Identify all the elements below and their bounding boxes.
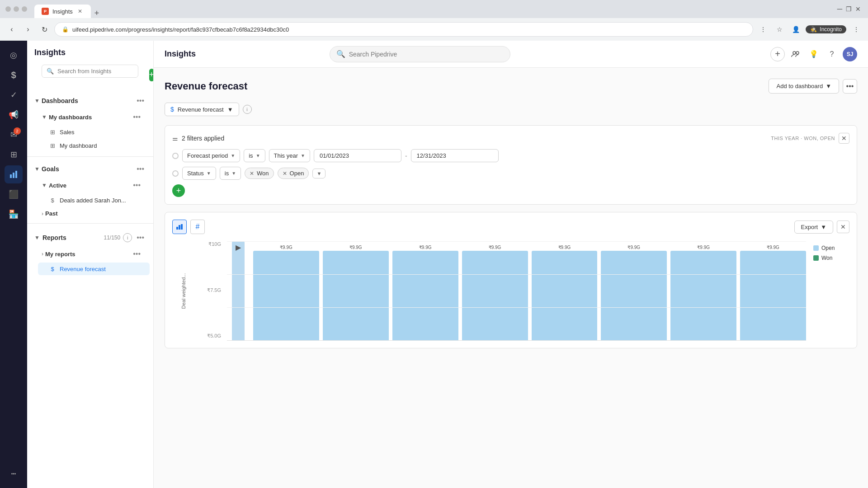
filter1-operator-label: is xyxy=(249,152,253,159)
filter1-value-select[interactable]: This year ▼ xyxy=(269,149,310,162)
filter1-date-from[interactable] xyxy=(314,149,401,162)
my-dashboards-header[interactable]: ▼ My dashboards ••• xyxy=(38,109,150,125)
nav-dollar[interactable]: $ xyxy=(5,66,23,84)
bar-chart-view-button[interactable] xyxy=(172,220,187,234)
filter-clear-button[interactable]: ✕ xyxy=(839,133,849,144)
address-bar[interactable]: 🔒 uifeed.pipedrive.com/progress/insights… xyxy=(54,22,753,37)
add-filter-button[interactable]: + xyxy=(172,184,185,197)
sidebar-item-revenue-forecast[interactable]: $ Revenue forecast xyxy=(38,263,150,275)
incognito-btn[interactable]: 🕵 Incognito xyxy=(806,25,846,33)
add-to-dashboard-button[interactable]: Add to dashboard ▼ xyxy=(769,79,839,94)
new-tab-button[interactable]: + xyxy=(91,9,103,18)
filter1-op-chevron: ▼ xyxy=(256,153,260,158)
my-dashboards-more-btn[interactable]: ••• xyxy=(131,112,142,122)
nav-megaphone[interactable]: 📢 xyxy=(5,106,23,124)
reports-more-btn[interactable]: ••• xyxy=(135,233,146,243)
active-chevron: ▼ xyxy=(42,182,47,188)
refresh-button[interactable]: ↻ xyxy=(38,23,51,36)
filter2-won-tag: ✕ Won xyxy=(245,168,274,179)
chart-close-button[interactable]: ✕ xyxy=(837,221,849,233)
chart-right-actions: Export ▼ ✕ xyxy=(794,221,849,234)
table-view-button[interactable]: # xyxy=(190,220,205,234)
minimize-window-btn[interactable]: ─ xyxy=(837,5,842,13)
active-tab[interactable]: P Insights ✕ xyxy=(34,5,91,18)
user-avatar-button[interactable]: SJ xyxy=(843,47,857,61)
sidebar-section-goals[interactable]: ▼ Goals ••• xyxy=(27,160,153,178)
forward-button[interactable]: › xyxy=(22,23,34,36)
legend-open-label: Open xyxy=(821,245,835,251)
filter2-field-select[interactable]: Status ▼ xyxy=(182,167,216,180)
nav-box[interactable]: ⬛ xyxy=(5,185,23,203)
report-info-button[interactable]: i xyxy=(243,105,252,114)
bookmark-icon-btn[interactable]: ☆ xyxy=(773,23,786,36)
filter2-radio[interactable] xyxy=(172,170,179,177)
nav-inbox[interactable]: ✉ 2 xyxy=(5,126,23,144)
divider1 xyxy=(27,156,153,157)
legend-won: Won xyxy=(813,255,849,261)
active-goals-header[interactable]: ▼ Active ••• xyxy=(38,178,150,193)
filter2-operator-select[interactable]: is ▼ xyxy=(220,167,241,180)
maximize-button[interactable] xyxy=(14,6,19,12)
close-window-btn[interactable]: ✕ xyxy=(855,5,861,13)
dashboards-more-btn[interactable]: ••• xyxy=(135,96,146,106)
nav-checkmark[interactable]: ✓ xyxy=(5,86,23,104)
restore-window-btn[interactable]: ❐ xyxy=(846,5,852,13)
filter-tag-text: THIS YEAR · WON, OPEN xyxy=(771,136,835,141)
legend-open-color xyxy=(813,245,819,251)
back-button[interactable]: ‹ xyxy=(5,23,18,36)
search-input[interactable] xyxy=(57,68,133,75)
past-goals-header[interactable]: › Past xyxy=(38,207,150,220)
my-dashboards-chevron: ▼ xyxy=(42,114,47,120)
app-container: ◎ $ ✓ 📢 ✉ 2 ⊞ ⬛ 🏪 ••• Insights 🔍 xyxy=(0,41,868,488)
header-plus-button[interactable]: + xyxy=(770,47,785,61)
filter1-operator-select[interactable]: is ▼ xyxy=(244,149,265,162)
cast-icon-btn[interactable]: ⋮ xyxy=(757,23,769,36)
nav-target[interactable]: ◎ xyxy=(5,46,23,64)
active-more-btn[interactable]: ••• xyxy=(131,180,142,190)
chart-card: # Export ▼ ✕ Deal weighted... xyxy=(165,212,857,348)
nav-reports[interactable] xyxy=(5,165,23,183)
bar-value-2: ₹9.9G xyxy=(349,245,362,250)
menu-btn[interactable]: ⋮ xyxy=(850,23,863,36)
close-button[interactable] xyxy=(22,6,27,12)
sidebar-item-deals[interactable]: $ Deals added Sarah Jon... xyxy=(38,194,150,206)
sidebar-section-dashboards[interactable]: ▼ Dashboards ••• xyxy=(27,92,153,109)
goals-more-btn[interactable]: ••• xyxy=(135,164,146,174)
my-reports-more-btn[interactable]: ••• xyxy=(131,249,142,259)
y-axis-label-container: Deal weighted... xyxy=(172,241,195,341)
app-search[interactable]: 🔍 xyxy=(330,46,510,62)
bulb-icon-btn[interactable]: 💡 xyxy=(807,47,821,61)
minimize-button[interactable] xyxy=(5,6,11,12)
contacts-icon-btn[interactable] xyxy=(788,47,803,61)
remove-won-button[interactable]: ✕ xyxy=(250,170,254,177)
report-type-select[interactable]: $ Revenue forecast ▼ xyxy=(165,103,239,116)
filter1-date-to[interactable] xyxy=(411,149,499,162)
grid2-icon: ⊞ xyxy=(49,142,56,149)
filter1-radio[interactable] xyxy=(172,153,179,159)
profile-icon-btn[interactable]: 👤 xyxy=(789,23,802,36)
sidebar-add-button[interactable]: + xyxy=(149,69,154,81)
svg-point-4 xyxy=(796,52,799,54)
help-icon-btn[interactable]: ? xyxy=(825,47,839,61)
sidebar-item-sales[interactable]: ⊞ Sales xyxy=(38,126,150,138)
filter2-field-chevron: ▼ xyxy=(207,171,211,176)
report-more-button[interactable]: ••• xyxy=(843,79,857,94)
nav-more[interactable]: ••• xyxy=(5,465,23,483)
reports-info-icon[interactable]: i xyxy=(123,233,132,242)
export-button[interactable]: Export ▼ xyxy=(794,221,833,234)
reports-header[interactable]: ▼ Reports 11/150 i ••• xyxy=(34,231,146,244)
sidebar-search[interactable]: 🔍 xyxy=(42,65,138,78)
nav-shop[interactable]: 🏪 xyxy=(5,205,23,223)
filter1-field-select[interactable]: Forecast period ▼ xyxy=(182,149,240,162)
sidebar-item-my-dashboard[interactable]: ⊞ My dashboard xyxy=(38,139,150,152)
svg-rect-2 xyxy=(15,171,17,178)
bar-value-7: ₹9.9G xyxy=(697,245,710,250)
filter2-operator-label: is xyxy=(225,170,229,177)
app-title: Insights xyxy=(34,48,146,57)
nav-calendar[interactable]: ⊞ xyxy=(5,145,23,164)
filter2-more-values-btn[interactable]: ▼ xyxy=(312,169,326,178)
app-search-input[interactable] xyxy=(349,51,504,58)
remove-open-button[interactable]: ✕ xyxy=(283,170,287,177)
my-reports-header[interactable]: › My reports ••• xyxy=(38,246,150,262)
tab-close-button[interactable]: ✕ xyxy=(76,8,84,15)
